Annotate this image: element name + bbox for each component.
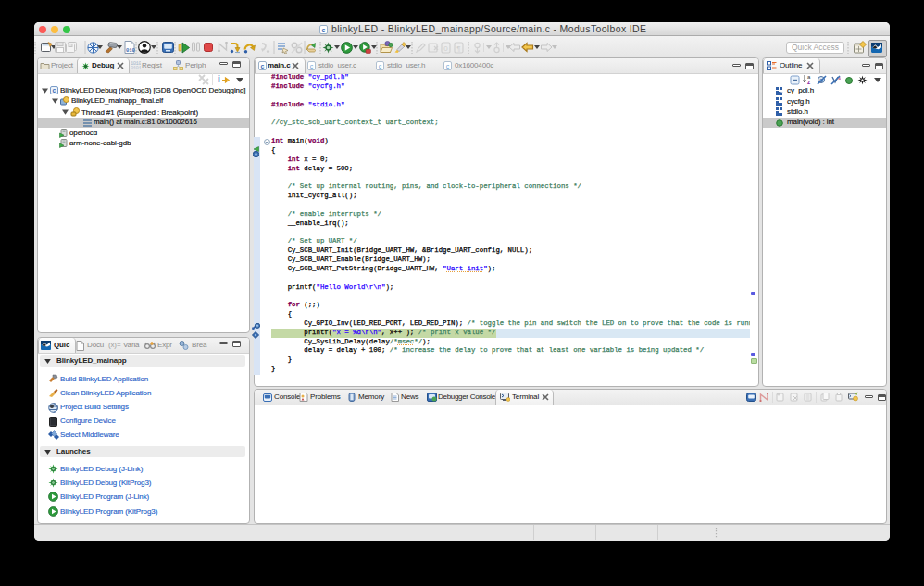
svg-text:z: z bbox=[807, 79, 811, 85]
svg-text:c: c bbox=[53, 87, 56, 94]
svg-text:c: c bbox=[379, 63, 382, 69]
svg-text:c: c bbox=[322, 26, 326, 32]
svg-text:c: c bbox=[310, 63, 314, 69]
svg-text:0101: 0101 bbox=[131, 65, 141, 70]
svg-text:c: c bbox=[261, 63, 265, 69]
svg-text:¶: ¶ bbox=[456, 44, 460, 52]
svg-text:0: 0 bbox=[443, 44, 448, 52]
svg-text:c: c bbox=[446, 63, 450, 69]
svg-text:010: 010 bbox=[126, 47, 135, 54]
